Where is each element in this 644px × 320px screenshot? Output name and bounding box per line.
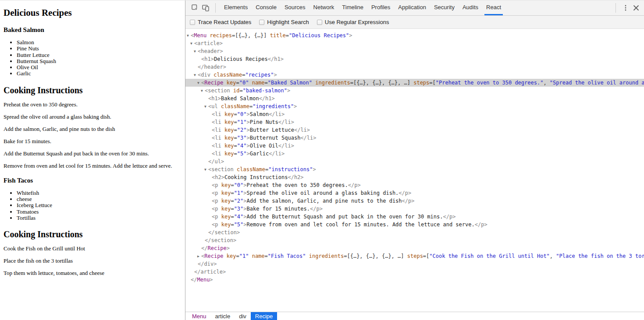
code-segment: Menu: [197, 277, 210, 283]
code-segment: Garlic: [250, 151, 269, 157]
code-segment: "2": [237, 127, 247, 133]
code-segment: "1": [237, 119, 247, 125]
tab-application[interactable]: Application: [394, 0, 430, 15]
tab-network[interactable]: Network: [310, 0, 338, 15]
tree-node[interactable]: </header>: [185, 63, 644, 71]
tree-node[interactable]: ▼<header>: [185, 47, 644, 55]
tree-node[interactable]: <li key="0">Salmon</li>: [185, 110, 644, 118]
tab-elements[interactable]: Elements: [220, 0, 252, 15]
tree-node[interactable]: <li key="5">Garlic</li>: [185, 150, 644, 158]
checkbox-unchecked[interactable]: [259, 20, 264, 25]
tree-node[interactable]: ▼<article>: [185, 39, 644, 47]
expand-arrow-down-icon[interactable]: ▼: [190, 40, 194, 47]
code-segment: =: [231, 190, 234, 196]
code-segment: key: [227, 253, 236, 259]
tab-audits[interactable]: Audits: [459, 0, 482, 15]
tab-console[interactable]: Console: [252, 0, 281, 15]
code-segment: Cooking Instructions: [224, 174, 288, 180]
code-segment: >: [221, 174, 224, 180]
code-segment: key: [221, 190, 231, 196]
expand-arrow-down-icon[interactable]: ▼: [204, 103, 208, 110]
breadcrumb-item-div[interactable]: div: [235, 312, 251, 320]
tree-node[interactable]: <li key="4">Olive Oil</li>: [185, 142, 644, 150]
tab-timeline[interactable]: Timeline: [338, 0, 367, 15]
code-segment: >: [247, 111, 250, 117]
tree-node[interactable]: ▼<ul className="ingredients">: [185, 102, 644, 110]
code-segment: >: [223, 269, 226, 275]
code-segment: </: [259, 95, 265, 102]
expand-arrow-down-icon[interactable]: ▼: [187, 32, 191, 39]
checkbox-unchecked[interactable]: [190, 20, 195, 25]
breadcrumb-item-article[interactable]: article: [211, 312, 235, 320]
option-highlight-search[interactable]: Highlight Search: [259, 19, 309, 25]
code-segment: className: [213, 72, 242, 78]
tab-profiles[interactable]: Profiles: [367, 0, 394, 15]
expand-arrow-down-icon[interactable]: ▼: [201, 87, 205, 95]
code-segment: [218, 103, 221, 109]
device-toolbar-icon[interactable]: [200, 3, 211, 13]
code-segment: "Fish Tacos": [268, 253, 306, 259]
tree-node[interactable]: <p key="0">Preheat the oven to 350 degre…: [185, 181, 644, 189]
code-segment: "3": [237, 135, 247, 141]
instruction-step: Add the salmon, Garlic, and pine nuts to…: [4, 126, 181, 132]
tab-react[interactable]: React: [482, 0, 505, 15]
tree-node[interactable]: <p key="1">Spread the olive oil around a…: [185, 189, 644, 197]
tree-node[interactable]: ▼<Menu recipes=[{…}, {…}] title="Delicio…: [185, 32, 644, 39]
tree-node[interactable]: </div>: [185, 260, 644, 268]
tree-node[interactable]: </Menu>: [185, 276, 644, 284]
tree-node[interactable]: <h1>Delicious Recipes</h1>: [185, 55, 644, 63]
code-segment: li: [215, 111, 221, 117]
tree-node[interactable]: </section>: [185, 236, 644, 244]
tree-node[interactable]: <p key="5">Remove from oven and let cool…: [185, 221, 644, 229]
tree-node[interactable]: ▼<section className="instructions">: [185, 165, 644, 173]
tree-node[interactable]: <p key="3">Bake for 15 minutes.</p>: [185, 205, 644, 213]
tree-node[interactable]: <p key="4">Add the Butternut Squash and …: [185, 213, 644, 221]
breadcrumb-item-menu[interactable]: Menu: [188, 312, 211, 320]
tree-node[interactable]: <li key="2">Butter Lettuce</li>: [185, 126, 644, 134]
tree-node[interactable]: <h1>Baked Salmon</h1>: [185, 95, 644, 102]
code-segment: key: [227, 80, 236, 86]
code-segment: [221, 151, 224, 157]
code-segment: id: [233, 88, 239, 94]
code-segment: [221, 135, 224, 141]
checkbox-unchecked[interactable]: [317, 20, 322, 25]
tree-node[interactable]: </ul>: [185, 158, 644, 165]
code-segment: [218, 182, 221, 188]
code-segment: "4": [234, 214, 244, 220]
code-segment: h2: [215, 174, 221, 180]
code-segment: >: [211, 56, 214, 62]
tree-node[interactable]: <li key="1">Pine Nuts</li>: [185, 118, 644, 126]
tree-node[interactable]: ▼<section id="baked-salmon">: [185, 87, 644, 95]
code-segment: li: [215, 143, 221, 149]
tree-node[interactable]: <h2>Cooking Instructions</h2>: [185, 173, 644, 181]
option-trace-react-updates[interactable]: Trace React Updates: [190, 19, 251, 25]
tab-sources[interactable]: Sources: [281, 0, 310, 15]
inspect-element-icon[interactable]: [190, 3, 200, 13]
tree-node[interactable]: </section>: [185, 229, 644, 236]
option-use-regular-expressions[interactable]: Use Regular Expressions: [317, 19, 389, 25]
code-segment: [221, 119, 224, 125]
code-segment: div: [201, 72, 210, 78]
tree-node[interactable]: ▶<Recipe key="1" name="Fish Tacos" ingre…: [185, 252, 644, 260]
expand-arrow-down-icon[interactable]: ▼: [204, 166, 208, 173]
code-segment: </: [278, 143, 285, 149]
tree-node[interactable]: </article>: [185, 268, 644, 276]
expand-arrow-down-icon[interactable]: ▼: [197, 79, 201, 87]
code-segment: h2: [294, 174, 300, 180]
expand-arrow-right-icon[interactable]: ▶: [197, 253, 201, 260]
expand-arrow-down-icon[interactable]: ▼: [194, 71, 198, 79]
tree-node[interactable]: <li key="3">Butternut Squash</li>: [185, 134, 644, 142]
tree-node[interactable]: ▼<div className="recipes">: [185, 71, 644, 79]
close-icon[interactable]: [631, 3, 641, 13]
code-segment: </: [268, 56, 274, 62]
overflow-menu-icon[interactable]: [620, 3, 631, 13]
expand-arrow-down-icon[interactable]: ▼: [194, 48, 198, 55]
code-segment: "Delicious Recipes": [289, 32, 349, 39]
breadcrumb-item-recipe[interactable]: Recipe: [251, 312, 277, 320]
tab-security[interactable]: Security: [430, 0, 459, 15]
code-segment: </: [205, 237, 211, 243]
tree-node[interactable]: </Recipe>: [185, 244, 644, 252]
tree-node[interactable]: <p key="2">Add the salmon, Garlic, and p…: [185, 197, 644, 205]
tree-node[interactable]: ▼<Recipe key="0" name="Baked Salmon" ing…: [185, 79, 644, 87]
code-segment: key: [221, 214, 231, 220]
